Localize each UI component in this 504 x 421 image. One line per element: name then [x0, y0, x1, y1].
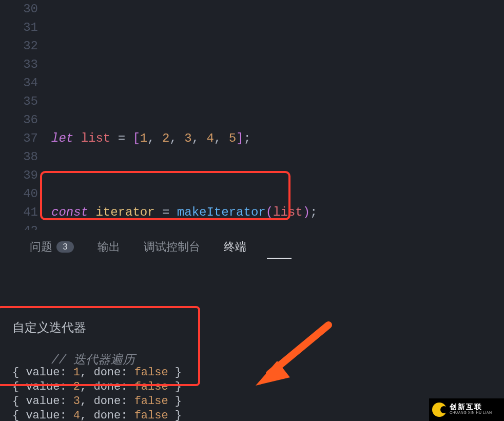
- line-number: 37: [0, 129, 38, 148]
- line-number: 33: [0, 55, 38, 74]
- comma: ,: [169, 131, 184, 145]
- bracket: ]: [236, 131, 243, 145]
- line-number: 31: [0, 18, 38, 37]
- number: 3: [184, 131, 191, 145]
- terminal-output-line: { value: 2, done: false }: [12, 380, 504, 394]
- line-number-gutter: 30 31 32 33 34 35 36 37 38 39 40 41 42: [0, 0, 51, 230]
- number: 5: [229, 131, 236, 145]
- number: 2: [162, 131, 169, 145]
- problems-badge: 3: [56, 241, 74, 253]
- code-line[interactable]: [51, 55, 504, 74]
- watermark-logo-icon: [432, 403, 447, 417]
- comma: ,: [214, 131, 229, 145]
- identifier: list: [273, 205, 303, 219]
- semi: ;: [310, 205, 317, 219]
- line-number: 36: [0, 111, 38, 129]
- line-number: 41: [0, 203, 38, 222]
- number: 4: [207, 131, 214, 145]
- code-editor[interactable]: 30 31 32 33 34 35 36 37 38 39 40 41 42 l…: [0, 0, 504, 230]
- code-line[interactable]: const iterator = makeIterator(list);: [51, 203, 504, 222]
- tab-problems[interactable]: 问题 3: [30, 239, 74, 255]
- comma: ,: [192, 131, 207, 145]
- terminal-output-line: { value: 1, done: false }: [12, 366, 504, 380]
- keyword: const: [51, 205, 88, 219]
- tab-terminal[interactable]: 终端: [224, 239, 246, 255]
- terminal-panel[interactable]: 自定义迭代器 { value: 1, done: false }{ value:…: [0, 261, 504, 421]
- bracket: [: [132, 131, 140, 145]
- code-line[interactable]: let list = [1, 2, 3, 4, 5];: [51, 129, 504, 148]
- number: 1: [140, 131, 147, 145]
- active-tab-indicator: [267, 258, 292, 259]
- panel-tabbar: 问题 3 输出 调试控制台 终端: [0, 230, 504, 261]
- op: =: [110, 131, 132, 145]
- identifier: list: [81, 131, 111, 145]
- line-number: 30: [0, 0, 38, 18]
- watermark-text-cn: 创新互联: [450, 404, 492, 410]
- fn-call: makeIterator: [177, 205, 266, 219]
- line-number: 40: [0, 185, 38, 203]
- line-number: 32: [0, 37, 38, 55]
- paren: (: [266, 205, 273, 219]
- paren: ): [303, 205, 310, 219]
- tab-label: 终端: [224, 239, 246, 255]
- identifier: iterator: [95, 205, 154, 219]
- tab-label: 调试控制台: [144, 239, 200, 255]
- watermark-badge: 创新互联 CHUANG XIN HU LIAN: [429, 398, 504, 421]
- tab-debug-console[interactable]: 调试控制台: [144, 239, 200, 255]
- watermark-text-en: CHUANG XIN HU LIAN: [450, 410, 492, 416]
- tab-label: 输出: [98, 239, 120, 255]
- line-number: 39: [0, 166, 38, 185]
- op: =: [155, 205, 177, 219]
- line-number: 38: [0, 148, 38, 166]
- tab-output[interactable]: 输出: [98, 239, 120, 255]
- line-number: 35: [0, 92, 38, 111]
- code-area[interactable]: let list = [1, 2, 3, 4, 5]; const iterat…: [51, 0, 504, 230]
- comma: ,: [147, 131, 162, 145]
- tab-label: 问题: [30, 239, 52, 255]
- line-number: 34: [0, 74, 38, 92]
- terminal-heading: 自定义迭代器: [12, 320, 504, 335]
- semi: ;: [244, 131, 251, 145]
- keyword: let: [51, 131, 73, 145]
